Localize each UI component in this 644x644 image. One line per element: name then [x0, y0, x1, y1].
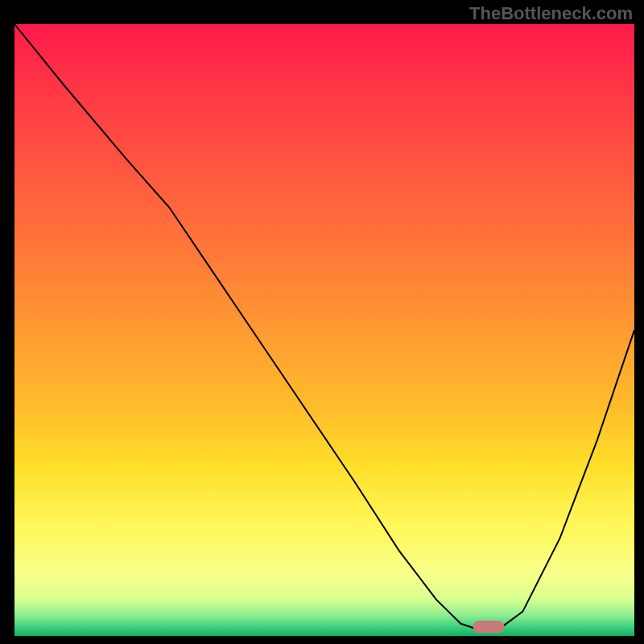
bottleneck-curve: [14, 24, 634, 630]
chart-line-layer: [14, 24, 634, 636]
watermark-text: TheBottleneck.com: [469, 3, 633, 24]
optimum-marker: [473, 621, 505, 633]
plot-area: [14, 24, 634, 636]
